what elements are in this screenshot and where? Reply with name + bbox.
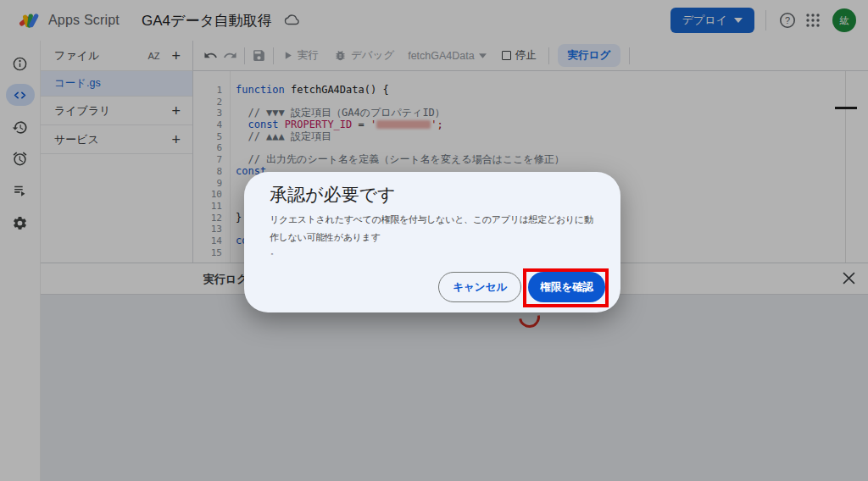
review-permissions-button[interactable]: 権限を確認 [528, 272, 605, 302]
authorization-dialog: 承認が必要です リクエストされたすべての権限を付与しないと、このアプリは想定どお… [244, 172, 620, 312]
dialog-title: 承認が必要です [270, 183, 395, 207]
dialog-body-period: 。 [270, 246, 278, 257]
dialog-actions: キャンセル 権限を確認 [438, 272, 605, 302]
apps-script-window: Apps Script GA4データ自動取得 デプロイ ? 紘 [0, 0, 868, 481]
cancel-button[interactable]: キャンセル [438, 272, 521, 302]
dialog-body: リクエストされたすべての権限を付与しないと、このアプリは想定どおりに動作しない可… [270, 211, 602, 246]
